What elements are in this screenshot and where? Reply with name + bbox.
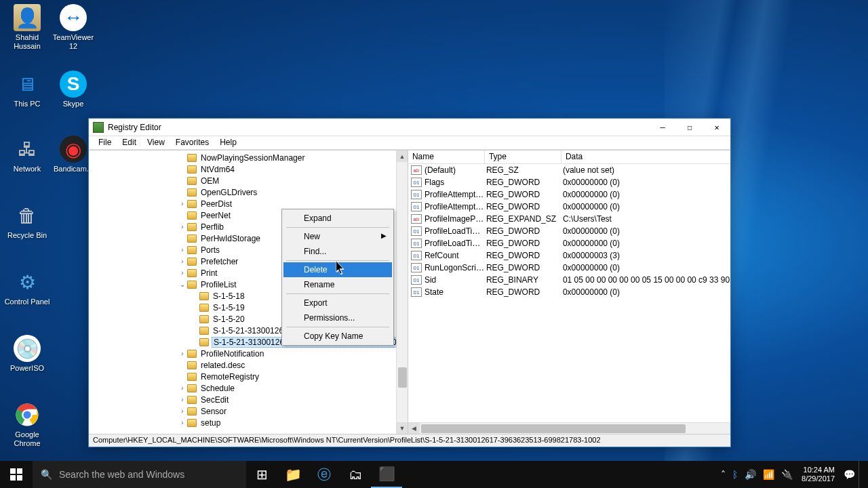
folder-icon <box>187 396 197 404</box>
tree-label: PeerNet <box>199 211 232 220</box>
maximize-button[interactable]: ☐ <box>676 119 703 136</box>
folder-icon <box>187 165 197 174</box>
taskbar-folder[interactable]: 🗂 <box>340 461 371 488</box>
tray-chevron-icon[interactable]: ˄ <box>717 469 729 480</box>
start-button[interactable] <box>0 461 33 488</box>
expand-icon[interactable]: › <box>179 269 186 277</box>
list-row[interactable]: 01ProfileLoadTime...REG_DWORD0x00000000 … <box>408 237 730 249</box>
desktop-icon-chrome[interactable]: Google Chrome <box>3 401 51 448</box>
tray-bluetooth-icon[interactable]: ᛒ <box>729 469 741 480</box>
close-button[interactable]: ✕ <box>703 119 730 136</box>
tree-node[interactable]: related.desc <box>89 359 408 371</box>
hscroll-left-icon[interactable]: ◀ <box>408 423 420 434</box>
desktop-icon-teamviewer[interactable]: ↔ TeamViewer 12 <box>50 4 97 51</box>
list-row[interactable]: 01StateREG_DWORD0x00000000 (0) <box>408 286 730 298</box>
tree-node[interactable]: OEM <box>89 175 408 186</box>
ctx-item-copykeyname[interactable]: Copy Key Name <box>283 329 392 344</box>
list-row[interactable]: 01SidREG_BINARY01 05 00 00 00 00 00 05 1… <box>408 274 730 286</box>
list-row[interactable]: ab(Default)REG_SZ(value not set) <box>408 164 730 176</box>
window-title: Registry Editor <box>108 123 649 132</box>
tree-node[interactable]: ›PeerDist <box>89 198 408 209</box>
expand-icon[interactable]: › <box>179 246 186 253</box>
scroll-down-icon[interactable]: ▼ <box>397 422 408 434</box>
ctx-item-delete[interactable]: Delete <box>283 262 392 277</box>
taskbar-ie[interactable]: ⓔ <box>309 461 340 488</box>
list-hscrollbar[interactable]: ◀ ▶ <box>408 422 730 434</box>
desktop-icon-thispc[interactable]: 🖥 This PC <box>3 70 51 108</box>
expand-icon[interactable]: › <box>179 407 186 415</box>
tree-node[interactable]: ›Sensor <box>89 405 408 417</box>
folder-icon <box>187 361 197 369</box>
ctx-item-new[interactable]: New▶ <box>283 229 392 244</box>
tree-node[interactable]: RemoteRegistry <box>89 371 408 382</box>
list-row[interactable]: 01ProfileAttempte...REG_DWORD0x00000000 … <box>408 201 730 213</box>
folder-icon <box>187 200 197 208</box>
expand-icon[interactable]: › <box>179 419 186 426</box>
tree-node[interactable]: NtVdm64 <box>89 163 408 175</box>
list-row[interactable]: abProfileImagePathREG_EXPAND_SZC:\Users\… <box>408 213 730 225</box>
col-name[interactable]: Name <box>408 150 485 163</box>
expand-icon[interactable]: ⌄ <box>179 281 186 288</box>
folder-icon <box>187 223 197 231</box>
titlebar[interactable]: Registry Editor — ☐ ✕ <box>89 119 730 136</box>
menu-help[interactable]: Help <box>214 136 242 149</box>
desktop-icon-poweriso[interactable]: 💿 PowerISO <box>3 335 51 373</box>
tray-battery-icon[interactable]: 🔌 <box>778 469 796 480</box>
desktop-icon-network[interactable]: 🖧 Network <box>3 136 51 174</box>
menu-file[interactable]: File <box>93 136 117 149</box>
tree-node[interactable]: OpenGLDrivers <box>89 186 408 198</box>
list-row[interactable]: 01ProfileAttempte...REG_DWORD0x00000000 … <box>408 188 730 201</box>
expand-icon[interactable]: › <box>179 396 186 403</box>
ctx-item-rename[interactable]: Rename <box>283 277 392 292</box>
cell-name: ProfileLoadTime... <box>425 239 486 248</box>
list-row[interactable]: 01FlagsREG_DWORD0x00000000 (0) <box>408 176 730 188</box>
context-menu: ExpandNew▶Find...DeleteRenameExportPermi… <box>281 209 394 346</box>
tray-wifi-icon[interactable]: 📶 <box>760 469 778 480</box>
scroll-thumb[interactable] <box>398 367 407 388</box>
desktop-icon-skype[interactable]: S Skype <box>50 70 97 108</box>
desktop-icon-recyclebin[interactable]: 🗑 Recycle Bin <box>3 202 51 240</box>
desktop-icon-controlpanel[interactable]: ⚙ Control Panel <box>3 268 51 306</box>
cell-type: REG_EXPAND_SZ <box>486 214 563 224</box>
taskbar-clock[interactable]: 10:24 AM 8/29/2017 <box>796 466 840 483</box>
ctx-item-export[interactable]: Export <box>283 296 392 310</box>
col-type[interactable]: Type <box>485 150 561 163</box>
show-desktop-button[interactable] <box>859 461 863 488</box>
desktop-icon-user[interactable]: 👤 Shahid Hussain <box>3 4 51 51</box>
tree-scrollbar[interactable]: ▲ ▼ <box>396 150 408 434</box>
tree-node[interactable]: ›ProfileNotification <box>89 348 408 359</box>
expand-icon[interactable]: › <box>179 258 186 265</box>
system-tray: ˄ ᛒ 🔊 📶 🔌 10:24 AM 8/29/2017 💬 <box>717 461 868 488</box>
folder-icon <box>187 269 197 277</box>
expand-icon[interactable]: › <box>179 350 186 357</box>
hscroll-thumb[interactable] <box>421 424 686 433</box>
minimize-button[interactable]: — <box>649 119 676 136</box>
list-row[interactable]: 01RunLogonScript...REG_DWORD0x00000000 (… <box>408 262 730 274</box>
expand-icon[interactable]: › <box>179 384 186 392</box>
menu-favorites[interactable]: Favorites <box>170 136 214 149</box>
taskview-button[interactable]: ⊞ <box>246 461 277 488</box>
ctx-item-permissions[interactable]: Permissions... <box>283 310 392 325</box>
tree-node[interactable]: NowPlayingSessionManager <box>89 152 408 163</box>
tree-node[interactable]: ›Schedule <box>89 382 408 394</box>
tray-volume-icon[interactable]: 🔊 <box>741 469 760 480</box>
list-row[interactable]: 01ProfileLoadTime...REG_DWORD0x00000000 … <box>408 225 730 237</box>
menu-edit[interactable]: Edit <box>117 136 142 149</box>
taskbar-regedit[interactable]: ⬛ <box>371 461 402 488</box>
ctx-item-find[interactable]: Find... <box>283 244 392 259</box>
scroll-up-icon[interactable]: ▲ <box>397 150 408 162</box>
expand-icon[interactable]: › <box>179 200 186 207</box>
tree-label: S-1-5-20 <box>212 314 246 324</box>
tree-node[interactable]: ›setup <box>89 417 408 428</box>
col-data[interactable]: Data <box>561 150 730 163</box>
expand-icon[interactable]: › <box>179 223 186 230</box>
menu-view[interactable]: View <box>142 136 170 149</box>
search-box[interactable]: 🔍 Search the web and Windows <box>33 461 246 488</box>
list-row[interactable]: 01RefCountREG_DWORD0x00000003 (3) <box>408 249 730 262</box>
ctx-item-expand[interactable]: Expand <box>283 211 392 226</box>
hscroll-right-icon[interactable]: ▶ <box>730 423 730 434</box>
regedit-window: Registry Editor — ☐ ✕ File Edit View Fav… <box>88 118 731 447</box>
taskbar-explorer[interactable]: 📁 <box>277 461 309 488</box>
tray-notifications-icon[interactable]: 💬 <box>840 469 859 480</box>
tree-node[interactable]: ›SecEdit <box>89 394 408 405</box>
